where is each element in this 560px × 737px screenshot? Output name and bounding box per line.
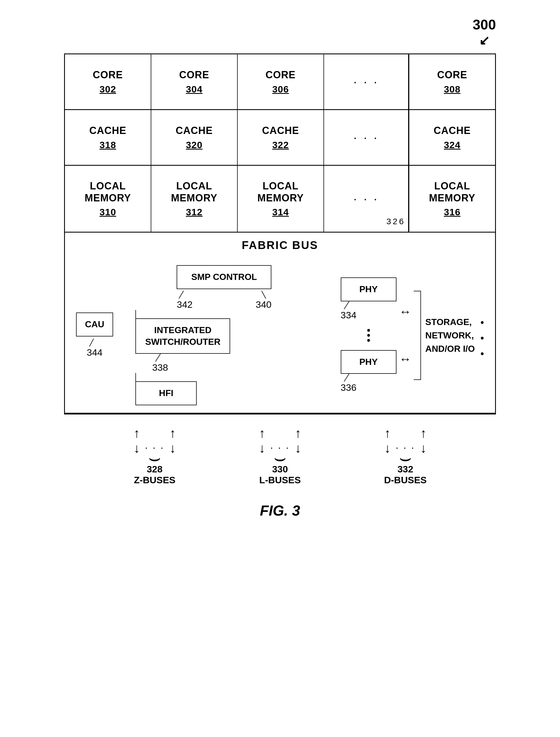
z-buses-group: ↑ ↓ · · · ↑ ↓ ⌣ 328 Z-BUSES [121,425,188,485]
fig-number-ref: 300 ↙ [473,17,496,48]
d-brace: ⌣ [372,453,439,463]
smp-control-num: 342 [177,299,193,310]
hfi-arrow-line-top [257,291,271,299]
d-arrow-1: ↑ ↓ [384,425,391,456]
fig-caption: FIG. 3 [260,502,300,519]
l-buses-label: L-BUSES [259,475,301,485]
core-306: CORE 306 [238,54,324,109]
svg-line-2 [262,291,266,299]
l-arrow-1: ↑ ↓ [259,425,265,456]
integrated-switch-arrow [152,354,169,362]
phy-storage-section: PHY 334 [330,278,484,393]
cache-322: CACHE 322 [238,110,324,165]
fabric-bus-label: FABRIC BUS [242,239,318,252]
cache-318: CACHE 318 [65,110,151,165]
phy-section: PHY 334 [341,278,396,393]
hfi-num-label: 340 [256,299,272,310]
l-brace: ⌣ [247,453,313,463]
buses-row: ↑ ↓ · · · ↑ ↓ ⌣ 328 Z-BUSES ↑ ↓ · · · [64,414,496,491]
smp-section: SMP CONTROL 342 3 [130,265,318,405]
storage-bracket [414,291,421,380]
phy-top-group: PHY 334 [341,278,396,321]
phy-top-box: PHY [341,278,396,302]
svg-line-3 [155,354,160,362]
cache-324: CACHE 324 [409,110,495,165]
cau-num: 344 [87,347,103,358]
l-buses-group: ↑ ↓ · · · ↑ ↓ ⌣ 330 L-BUSES [247,425,313,485]
z-buses-num: 328 [147,464,163,475]
hfi-box: HFI [135,381,197,405]
chip-diagram: CORE 302 CORE 304 CORE 306 · · · CORE 30… [64,54,496,414]
z-arrow-1: ↑ ↓ [133,425,140,456]
localmem-312: LOCAL MEMORY 312 [151,166,238,232]
d-buses-group: ↑ ↓ · · · ↑ ↓ ⌣ 332 D-BUSES [372,425,439,485]
cache-dots: · · · [324,110,409,165]
svg-line-1 [179,291,184,299]
phy-bottom-group: PHY 336 [341,350,396,393]
localmem-310: LOCAL MEMORY 310 [65,166,151,232]
core-row: CORE 302 CORE 304 CORE 306 · · · CORE 30… [65,54,495,110]
core-308: CORE 308 [409,54,495,109]
core-304: CORE 304 [151,54,238,109]
localmem-row: LOCAL MEMORY 310 LOCAL MEMORY 312 LOCAL … [65,166,495,233]
cau-section: CAU 344 [76,313,113,358]
cache-320: CACHE 320 [151,110,238,165]
phy-v-dots [367,329,370,342]
cau-box: CAU [76,313,113,337]
d-arrow-2: ↑ ↓ [420,425,427,456]
d-buses-label: D-BUSES [384,475,427,485]
localmem-316: LOCAL MEMORY 316 [409,166,495,232]
storage-bullets: • • • [480,317,484,360]
l-buses-num: 330 [272,464,288,475]
fabric-bus-row: FABRIC BUS [65,233,495,258]
double-arrow-top: ↔ [399,305,412,319]
localmem-dots: · · · 326 [324,166,409,232]
cache-row: CACHE 318 CACHE 320 CACHE 322 · · · CACH… [65,110,495,166]
page-container: 300 ↙ CORE 302 CORE 304 CORE 306 · · · C… [29,17,531,519]
svg-line-4 [344,302,349,309]
integrated-switch-num: 338 [152,362,168,373]
smp-control-box: SMP CONTROL [177,265,271,289]
storage-label: STORAGE, NETWORK, AND/OR I/O [425,315,475,356]
localmem-314: LOCAL MEMORY 314 [238,166,324,232]
l-arrow-2: ↑ ↓ [295,425,301,456]
cau-arrow-line [87,339,101,347]
double-arrow-bottom: ↔ [399,352,412,366]
z-arrow-2: ↑ ↓ [169,425,176,456]
phy-arrows: ↔ ↔ [399,305,412,366]
phy-top-arrow [341,302,357,310]
smp-arrow-line [177,291,191,299]
dots-num-326: 326 [386,217,405,226]
storage-area: STORAGE, NETWORK, AND/OR I/O [412,291,475,380]
phy-bottom-num: 336 [341,382,357,393]
core-dots: · · · [324,54,409,109]
phy-top-num: 334 [341,310,357,321]
z-buses-label: Z-BUSES [134,475,175,485]
phy-bottom-box: PHY [341,350,396,374]
core-302: CORE 302 [65,54,151,109]
svg-line-5 [344,374,349,381]
integrated-switch-box: INTEGRATED SWITCH/ROUTER [135,319,230,354]
d-buses-num: 332 [398,464,413,475]
z-brace: ⌣ [121,453,188,463]
svg-line-0 [89,339,94,347]
fig-number: 300 [473,17,496,33]
phy-bottom-arrow [341,374,357,382]
components-row: CAU 344 SMP CONTROL [65,258,495,413]
fig-arrow: ↙ [479,33,490,48]
